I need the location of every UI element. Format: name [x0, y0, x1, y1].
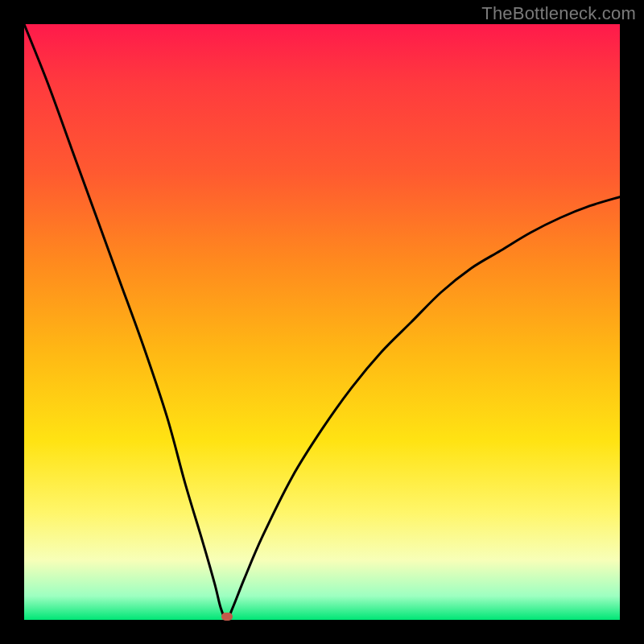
chart-frame: TheBottleneck.com — [0, 0, 644, 644]
plot-area — [24, 24, 620, 620]
bottleneck-curve — [24, 24, 620, 620]
optimum-marker — [221, 613, 233, 621]
watermark-text: TheBottleneck.com — [481, 3, 636, 24]
